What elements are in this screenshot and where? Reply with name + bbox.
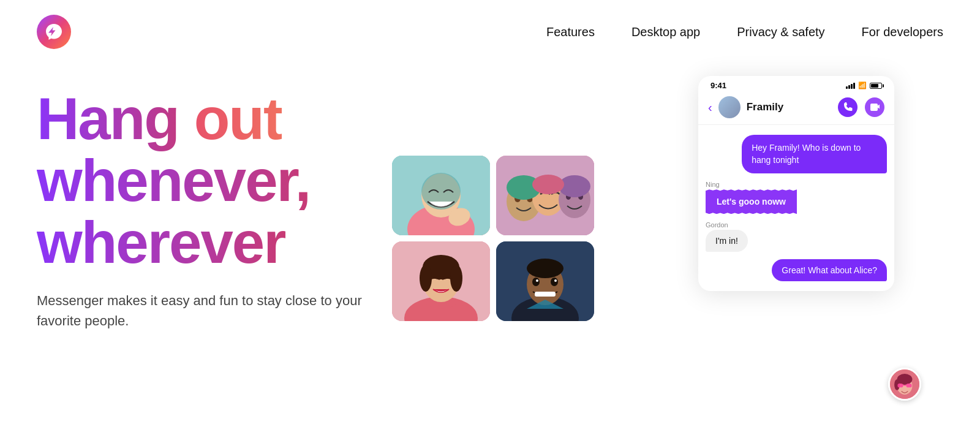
message-3-wrapper: Gordon I'm in! <box>706 221 748 252</box>
nav-privacy-safety[interactable]: Privacy & safety <box>737 25 824 39</box>
message-3: I'm in! <box>706 230 748 252</box>
battery-icon <box>870 83 882 89</box>
message-4: Great! What about Alice? <box>772 259 887 281</box>
video-cell-2 <box>496 156 594 235</box>
navigation: Features Desktop app Privacy & safety Fo… <box>0 0 980 64</box>
status-icons: 📶 <box>846 81 882 89</box>
sender-gordon: Gordon <box>706 221 748 229</box>
video-cell-4 <box>496 241 594 321</box>
nav-links: Features Desktop app Privacy & safety Fo… <box>546 25 943 39</box>
signal-icon <box>846 83 855 89</box>
contact-name: Framily <box>747 101 783 113</box>
hero-right: 9:41 📶 ‹ <box>374 76 943 413</box>
message-2-starburst: Let's gooo noww <box>706 189 797 214</box>
svg-point-30 <box>532 278 540 286</box>
video-call-grid <box>392 156 594 321</box>
contact-avatar <box>718 96 741 118</box>
nav-features[interactable]: Features <box>546 25 595 39</box>
svg-rect-29 <box>535 292 556 297</box>
svg-point-32 <box>536 279 538 282</box>
svg-point-33 <box>554 279 557 282</box>
hero-left: Hang out whenever, wherever Messenger ma… <box>37 76 374 413</box>
svg-point-28 <box>527 259 564 278</box>
chat-actions <box>838 97 884 117</box>
call-button[interactable] <box>838 97 858 117</box>
message-1: Hey Framily! Who is down to hang tonight <box>742 135 887 173</box>
svg-point-23 <box>420 265 432 292</box>
svg-point-24 <box>450 265 462 292</box>
status-bar: 9:41 📶 <box>698 76 894 93</box>
svg-rect-39 <box>907 384 912 387</box>
video-button[interactable] <box>865 97 884 117</box>
video-cell-3 <box>392 241 490 321</box>
chat-header: ‹ Framily <box>698 93 894 125</box>
hero-section: Hang out whenever, wherever Messenger ma… <box>0 64 980 413</box>
svg-point-16 <box>532 175 564 194</box>
message-2-wrapper: Ning Let's gooo noww <box>706 181 797 214</box>
hero-word-wherever: wherever <box>37 210 285 275</box>
phone-mockup: 9:41 📶 ‹ <box>698 76 894 291</box>
svg-rect-38 <box>897 384 903 387</box>
nav-desktop-app[interactable]: Desktop app <box>631 25 700 39</box>
svg-point-31 <box>551 278 558 286</box>
status-time: 9:41 <box>710 81 726 90</box>
back-arrow-icon[interactable]: ‹ <box>708 100 712 115</box>
chat-messages: Hey Framily! Who is down to hang tonight… <box>698 125 894 291</box>
hero-word-out: out <box>194 86 282 151</box>
alice-avatar <box>888 368 921 401</box>
wifi-icon: 📶 <box>858 81 867 89</box>
messenger-logo[interactable] <box>37 15 71 49</box>
hero-title: Hang out whenever, wherever <box>37 88 374 273</box>
hero-word-whenever: whenever, <box>37 148 310 213</box>
nav-for-developers[interactable]: For developers <box>862 25 943 39</box>
hero-word-hang: Hang <box>37 86 194 151</box>
video-cell-1 <box>392 156 490 235</box>
sender-ning: Ning <box>706 181 797 188</box>
hero-subtitle: Messenger makes it easy and fun to stay … <box>37 290 374 331</box>
chat-header-left: ‹ Framily <box>708 96 783 118</box>
